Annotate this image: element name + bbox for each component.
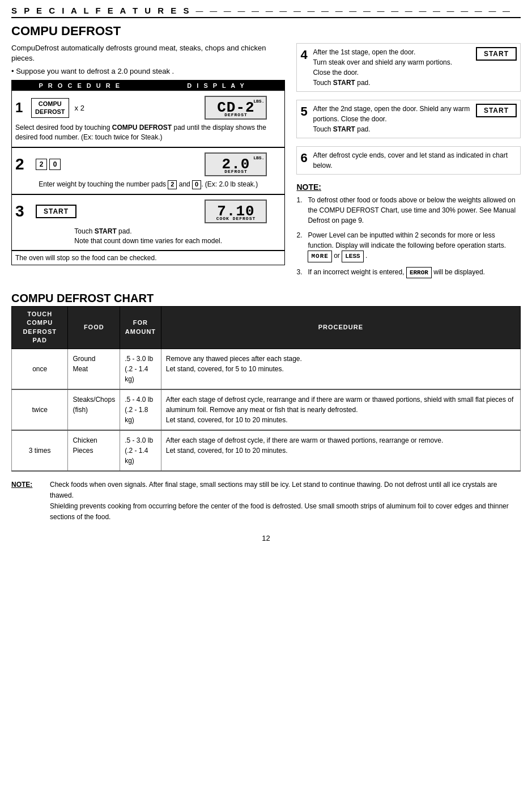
- col-amount: FORAMOUNT: [120, 307, 161, 349]
- proc-disp-table: P R O C E D U R E D I S P L A Y 1 COMPU …: [11, 80, 285, 265]
- start-btn-4[interactable]: START: [476, 47, 517, 61]
- note-2-text: Power Level can be inputted within 2 sec…: [308, 230, 521, 262]
- chart-header-row: TOUCHCOMPU DEFROSTPAD FOOD FORAMOUNT PRO…: [12, 307, 521, 349]
- right-step-6: 6 After defrost cycle ends, cover and le…: [296, 146, 521, 175]
- chart-row-3times: 3 times Chicken Pieces .5 - 3.0 lb (.2 -…: [12, 430, 521, 471]
- chart-table: TOUCHCOMPU DEFROSTPAD FOOD FORAMOUNT PRO…: [11, 306, 521, 472]
- stop-row: The oven will stop so the food can be ch…: [12, 250, 284, 265]
- num-box-2: 2: [36, 159, 47, 170]
- right-step-4-num: 4: [300, 47, 313, 62]
- right-step-4-content: After the 1st stage, open the door. Turn…: [313, 47, 475, 88]
- food-ground-meat: Ground Meat: [68, 349, 120, 389]
- food-steaks: Steaks/Chops (fish): [68, 389, 120, 430]
- note-item-2: 2. Power Level can be inputted within 2 …: [296, 230, 521, 262]
- intro-text: CompuDefrost automatically defrosts grou…: [11, 43, 285, 63]
- note-section: NOTE: 1. To defrost other food or foods …: [296, 183, 521, 278]
- less-box: LESS: [342, 251, 363, 262]
- right-column: 4 After the 1st stage, open the door. Tu…: [296, 43, 521, 283]
- col-procedure: PROCEDURE: [161, 307, 520, 349]
- lcd-step3: 7.10 COOK DEFROST: [205, 200, 267, 223]
- bullet-text: • Suppose you want to defrost a 2.0 poun…: [11, 67, 285, 75]
- touch-once: once: [12, 349, 68, 389]
- lcd-step1-label: DEFROST: [224, 112, 248, 117]
- compu-defrost-box: COMPU DEFROST: [31, 98, 69, 118]
- start-btn-5[interactable]: START: [476, 104, 517, 117]
- step-3-display: 7.10 COOK DEFROST: [190, 200, 281, 223]
- step-3-row: 3 START 7.10 COOK DEFROST Touch START pa…: [12, 194, 284, 251]
- note-item-3: 3. If an incorrect weight is entered, ER…: [296, 267, 521, 279]
- error-box: ERROR: [406, 267, 432, 279]
- step-3-number: 3: [15, 202, 31, 220]
- page-number: 12: [11, 534, 521, 542]
- step-3-desc: Touch START pad. Note that count down ti…: [74, 227, 222, 246]
- right-step-4: 4 After the 1st stage, open the door. Tu…: [296, 43, 521, 92]
- header-dashes: — — — — — — — — — — — — — — — — — — — — …: [196, 7, 512, 15]
- amount-1: .5 - 3.0 lb (.2 - 1.4 kg): [120, 349, 161, 389]
- num-box-0: 0: [49, 159, 61, 170]
- amount-3: .5 - 3.0 lb (.2 - 1.4 kg): [120, 430, 161, 471]
- proc-2: After each stage of defrost cycle, rearr…: [161, 389, 520, 430]
- bottom-note: NOTE: Check foods when oven signals. Aft…: [11, 479, 521, 523]
- lcd-step2-label: DEFROST: [224, 169, 248, 174]
- touch-3times: 3 times: [12, 430, 68, 471]
- right-step-4-btn-container: START: [476, 47, 517, 61]
- display-header: D I S P L A Y: [148, 80, 285, 91]
- more-box: MORE: [308, 251, 331, 262]
- left-column: CompuDefrost automatically defrosts grou…: [11, 43, 285, 283]
- procedure-header: P R O C E D U R E: [12, 80, 148, 91]
- step-2-row: 2 2 0 LBS. 2.0 DEFROST Enter weight: [12, 147, 284, 194]
- chart-title: COMPU DEFROST CHART: [11, 292, 521, 305]
- step-1-desc: Select desired food by touching COMPU DE…: [15, 123, 281, 142]
- lcd-step1: LBS. CD-2 DEFROST: [205, 96, 267, 120]
- chart-row-twice: twice Steaks/Chops (fish) .5 - 4.0 lb (.…: [12, 389, 521, 430]
- bottom-note-text: Check foods when oven signals. After fin…: [50, 479, 521, 523]
- note-1-text: To defrost other food or foods above or …: [308, 195, 521, 226]
- lcd-step3-label: COOK DEFROST: [216, 216, 256, 221]
- col-touch: TOUCHCOMPU DEFROSTPAD: [12, 307, 68, 349]
- note-title: NOTE:: [296, 183, 521, 192]
- lcd-step2-lbs: LBS.: [253, 155, 264, 160]
- amount-2: .5 - 4.0 lb (.2 - 1.8 kg): [120, 389, 161, 430]
- note-3-text: If an incorrect weight is entered, ERROR…: [308, 267, 521, 279]
- bottom-note-label: NOTE:: [11, 479, 45, 523]
- touch-twice: twice: [12, 389, 68, 430]
- right-step-5-btn-container: START: [476, 104, 517, 117]
- proc-1: Remove any thawed pieces after each stag…: [161, 349, 520, 389]
- lcd-step1-lbs: LBS.: [253, 99, 264, 104]
- right-step-5-num: 5: [300, 104, 313, 119]
- col-food: FOOD: [68, 307, 120, 349]
- note-item-1: 1. To defrost other food or foods above …: [296, 195, 521, 226]
- food-chicken: Chicken Pieces: [68, 430, 120, 471]
- step-1-number: 1: [15, 100, 31, 116]
- step-2-desc: Enter weight by touching the number pads…: [39, 180, 258, 189]
- inline-nb0: 0: [192, 180, 201, 189]
- right-step-6-num: 6: [300, 150, 313, 166]
- lcd-step2: LBS. 2.0 DEFROST: [205, 152, 267, 176]
- step-1-display: LBS. CD-2 DEFROST: [190, 96, 281, 120]
- step-1-row: 1 COMPU DEFROST x 2 LBS. CD-2 DEFROST: [12, 91, 284, 147]
- start-btn-step3[interactable]: START: [36, 205, 76, 218]
- x2-label: x 2: [75, 104, 84, 112]
- special-features-header: S P E C I A L F E A T U R E S — — — — — …: [11, 6, 521, 18]
- proc-disp-header: P R O C E D U R E D I S P L A Y: [12, 80, 284, 91]
- inline-nb2: 2: [168, 180, 177, 189]
- right-step-6-content: After defrost cycle ends, cover and let …: [313, 150, 517, 171]
- chart-row-once: once Ground Meat .5 - 3.0 lb (.2 - 1.4 k…: [12, 349, 521, 389]
- right-step-5: 5 After the 2nd stage, open the door. Sh…: [296, 100, 521, 138]
- step-2-display: LBS. 2.0 DEFROST: [190, 152, 281, 176]
- main-title: COMPU DEFROST: [11, 24, 521, 39]
- right-step-5-content: After the 2nd stage, open the door. Shie…: [313, 104, 475, 134]
- proc-3: After each stage of defrost cycle, if th…: [161, 430, 520, 471]
- step-2-number: 2: [15, 155, 31, 173]
